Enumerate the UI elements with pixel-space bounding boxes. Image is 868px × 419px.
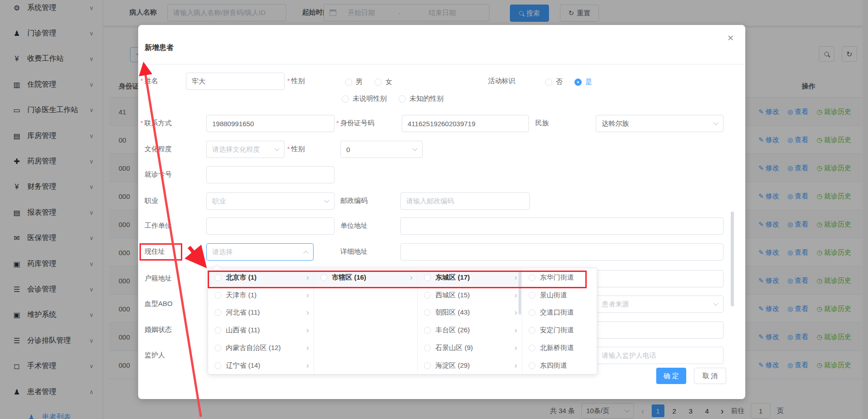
- cascader-option[interactable]: 交道口街道: [522, 304, 597, 322]
- chevron-right-icon: ›: [306, 361, 309, 370]
- radio-icon[interactable]: [320, 274, 327, 281]
- cascader-option-label: 天津市 (1): [226, 291, 304, 300]
- chevron-down-icon: [324, 197, 329, 202]
- radio-icon[interactable]: [529, 345, 535, 351]
- radio-icon[interactable]: [529, 292, 535, 299]
- employer-addr-input[interactable]: [400, 217, 723, 235]
- current-address-placeholder: 请选择: [212, 248, 233, 256]
- chevron-right-icon: ›: [306, 291, 309, 300]
- cascader-option[interactable]: 朝阳区 (43) ›: [418, 304, 522, 322]
- cascader-option[interactable]: 天津市 (1) ›: [208, 286, 314, 304]
- cascader-option[interactable]: 市辖区 (16) ›: [314, 269, 417, 286]
- contact-value: 19880991650: [212, 120, 254, 128]
- radio-icon[interactable]: [424, 309, 431, 316]
- education-placeholder: 请选择文化程度: [212, 145, 260, 154]
- cascader-option[interactable]: 安定门街道: [522, 321, 597, 339]
- radio-icon[interactable]: [529, 327, 535, 334]
- id-number-label: * 身份证号码: [336, 119, 374, 128]
- radio-icon[interactable]: [529, 309, 535, 316]
- radio-icon[interactable]: [424, 292, 431, 299]
- contact-label: * 联系方式: [140, 119, 172, 128]
- cascader-street-column: 东华门街道 景山街道 交道口街道 安定门街道: [522, 269, 597, 374]
- confirm-button[interactable]: 确 定: [656, 368, 686, 384]
- radio-female[interactable]: [374, 79, 382, 86]
- chevron-right-icon: ›: [410, 273, 413, 282]
- chevron-right-icon: ›: [306, 343, 309, 353]
- ethnicity-value: 达斡尔族: [602, 119, 629, 128]
- chevron-right-icon: ›: [514, 273, 517, 282]
- postal-input[interactable]: 请输入邮政编码: [400, 192, 530, 210]
- radio-icon[interactable]: [215, 274, 221, 281]
- active-flag-radio-group: 否 是: [545, 78, 604, 86]
- cascader-option[interactable]: 景山街道: [522, 286, 597, 304]
- guardian-label: 监护人: [145, 351, 165, 360]
- education-label: 文化程度: [145, 145, 172, 153]
- radio-icon[interactable]: [424, 345, 431, 351]
- cascader-option[interactable]: 东华门街道: [522, 269, 597, 286]
- cascader-province-column: 北京市 (1) › 天津市 (1) › 河北省 (11) › 山: [208, 269, 314, 374]
- name-input[interactable]: 牢大: [186, 73, 284, 90]
- cascader-option[interactable]: 辽宁省 (14) ›: [208, 357, 314, 374]
- ethnicity-label: 民族: [535, 119, 549, 128]
- cascader-option[interactable]: 北京市 (1) ›: [208, 269, 314, 286]
- guardian-phone-input[interactable]: 请输入监护人电话: [596, 347, 723, 364]
- radio-icon[interactable]: [215, 362, 221, 369]
- cascader-city-column: 市辖区 (16) ›: [314, 269, 418, 374]
- radio-male-label: 男: [356, 78, 363, 86]
- chevron-right-icon: ›: [306, 273, 309, 282]
- cascader-option[interactable]: 河北省 (11) ›: [208, 304, 314, 322]
- cascader-option[interactable]: 东四街道: [522, 357, 597, 374]
- cascader-option[interactable]: 海淀区 (29) ›: [418, 357, 522, 374]
- cascader-scrollbar[interactable]: [519, 271, 521, 315]
- radio-icon[interactable]: [215, 309, 221, 316]
- card-no-input[interactable]: [206, 166, 334, 183]
- radio-male[interactable]: [345, 79, 352, 86]
- chevron-right-icon: ›: [514, 343, 517, 353]
- radio-icon[interactable]: [215, 345, 221, 351]
- gender-radio-group: 男 女: [345, 78, 404, 86]
- contact-input[interactable]: 19880991650: [206, 115, 334, 132]
- cascader-option[interactable]: 丰台区 (26) ›: [418, 321, 522, 339]
- cascader-option[interactable]: 北新桥街道: [522, 339, 597, 357]
- cascader-option-label: 交道口街道: [540, 308, 591, 317]
- cascader-option[interactable]: 内蒙古自治区 (12) ›: [208, 339, 314, 357]
- radio-unstated-gender[interactable]: [342, 95, 349, 103]
- cascader-option[interactable]: 西城区 (15) ›: [418, 286, 522, 304]
- id-number-input[interactable]: 411625192602039719: [402, 115, 529, 132]
- cascader-option-label: 西城区 (15): [435, 291, 513, 300]
- cancel-button[interactable]: 取 消: [694, 368, 726, 384]
- radio-icon[interactable]: [529, 274, 535, 281]
- chevron-right-icon: ›: [514, 291, 517, 300]
- gender-code-select[interactable]: 0: [340, 141, 423, 158]
- chevron-down-icon: [274, 146, 279, 151]
- radio-unknown-gender[interactable]: [399, 95, 406, 103]
- radio-icon[interactable]: [215, 327, 221, 334]
- ethnicity-select[interactable]: 达斡尔族: [596, 115, 723, 132]
- radio-unknown-label: 未知的性别: [409, 94, 444, 103]
- occupation-select[interactable]: 职业: [206, 192, 334, 210]
- cascader-option[interactable]: 东城区 (17) ›: [418, 269, 522, 286]
- cascader-option[interactable]: 石景山区 (9) ›: [418, 339, 522, 357]
- radio-icon[interactable]: [424, 327, 431, 334]
- education-select[interactable]: 请选择文化程度: [206, 141, 284, 158]
- radio-no[interactable]: [545, 79, 552, 86]
- name-value: 牢大: [192, 77, 205, 86]
- employer-input[interactable]: [206, 217, 334, 235]
- cascader-option[interactable]: 山西省 (11) ›: [208, 321, 314, 339]
- employer-label: 工作单位: [145, 222, 172, 230]
- radio-icon[interactable]: [215, 292, 221, 299]
- detail-addr-input[interactable]: [400, 243, 723, 261]
- dialog-scrollbar[interactable]: [731, 212, 734, 306]
- address-cascader-dropdown: 北京市 (1) › 天津市 (1) › 河北省 (11) › 山: [208, 268, 597, 375]
- dialog-title: 新增患者: [145, 43, 174, 53]
- patient-source-placeholder: 患者来源: [602, 300, 629, 309]
- radio-icon[interactable]: [424, 274, 431, 281]
- gender-label: * 性别: [287, 77, 305, 85]
- radio-icon[interactable]: [529, 362, 535, 369]
- current-address-cascader[interactable]: 请选择: [206, 243, 314, 261]
- occupation-placeholder: 职业: [212, 197, 226, 206]
- radio-yes[interactable]: [574, 79, 582, 86]
- close-icon[interactable]: ✕: [727, 33, 734, 43]
- patient-source-select[interactable]: 患者来源: [596, 296, 723, 313]
- radio-icon[interactable]: [424, 362, 431, 369]
